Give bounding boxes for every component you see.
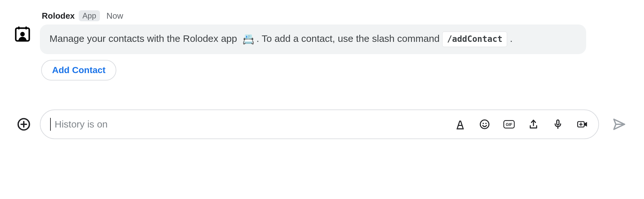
svg-point-3 — [20, 32, 25, 36]
svg-point-11 — [485, 123, 487, 124]
plus-circle-icon — [17, 118, 31, 131]
svg-point-9 — [480, 120, 489, 128]
composer-icon-tray: GIF — [454, 118, 588, 130]
message-text-part2: . To add a contact, use the slash comman… — [256, 33, 442, 44]
contact-card-avatar-icon — [13, 25, 31, 43]
composer-plus-button[interactable] — [16, 117, 31, 132]
emoji-icon[interactable] — [479, 118, 490, 130]
message-row: Rolodex App Now Manage your contacts wit… — [13, 10, 631, 81]
text-cursor-icon — [50, 118, 51, 131]
svg-rect-14 — [557, 120, 559, 125]
svg-rect-2 — [25, 26, 27, 29]
message-bubble: Manage your contacts with the Rolodex ap… — [40, 24, 586, 54]
add-contact-button[interactable]: Add Contact — [41, 60, 116, 81]
sender-app-badge: App — [79, 10, 100, 21]
slash-command-code: /addContact — [442, 32, 507, 47]
upload-icon[interactable] — [528, 118, 539, 130]
gif-icon[interactable]: GIF — [503, 118, 515, 130]
microphone-icon[interactable] — [552, 118, 564, 130]
message-text-part1: Manage your contacts with the Rolodex ap… — [49, 33, 237, 44]
message-text-part3: . — [510, 33, 513, 44]
message-time: Now — [106, 11, 123, 21]
add-video-icon[interactable] — [577, 118, 588, 130]
svg-rect-1 — [18, 26, 20, 29]
card-index-emoji-icon: 📇 — [241, 33, 255, 45]
format-text-icon[interactable] — [454, 118, 466, 130]
composer-row: GIF — [13, 109, 631, 139]
send-icon — [612, 118, 626, 131]
reply-chips-row: Add Contact — [40, 60, 631, 81]
svg-point-10 — [483, 123, 484, 124]
sender-name: Rolodex — [42, 11, 75, 21]
sender-row: Rolodex App Now — [40, 10, 631, 21]
app-avatar — [13, 24, 32, 44]
svg-text:GIF: GIF — [506, 122, 513, 127]
composer-input[interactable] — [55, 119, 451, 130]
send-button[interactable] — [611, 117, 627, 132]
message-column: Rolodex App Now Manage your contacts wit… — [40, 10, 631, 81]
composer-input-container[interactable]: GIF — [40, 109, 599, 139]
